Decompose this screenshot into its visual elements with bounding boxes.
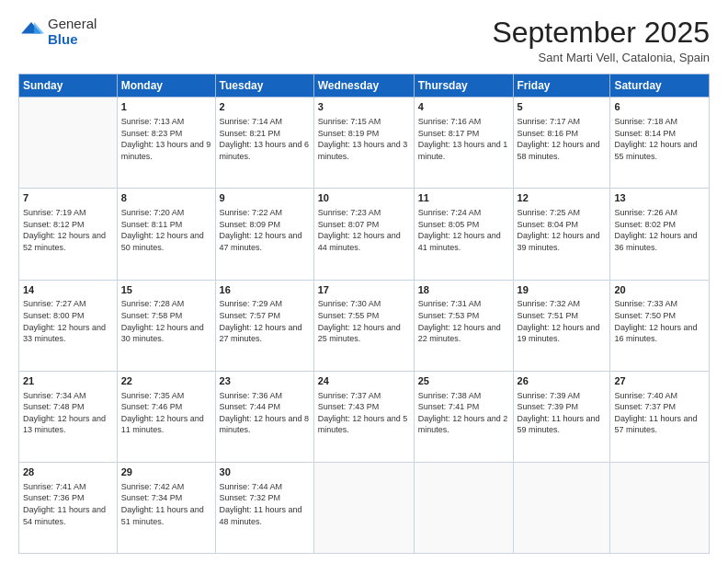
cell-info: Sunrise: 7:13 AMSunset: 8:23 PMDaylight:… [121, 116, 211, 162]
calendar-cell: 10Sunrise: 7:23 AMSunset: 8:07 PMDayligh… [313, 189, 414, 280]
day-number: 25 [418, 374, 509, 389]
logo-text: General Blue [48, 17, 97, 47]
weekday-header-wednesday: Wednesday [313, 75, 414, 98]
logo-blue: Blue [48, 32, 97, 48]
weekday-header-sunday: Sunday [19, 75, 118, 98]
day-number: 9 [220, 191, 310, 206]
day-number: 4 [418, 100, 509, 115]
title-block: September 2025 Sant Marti Vell, Cataloni… [492, 17, 710, 64]
calendar-cell: 11Sunrise: 7:24 AMSunset: 8:05 PMDayligh… [414, 189, 513, 280]
calendar-cell: 6Sunrise: 7:18 AMSunset: 8:14 PMDaylight… [610, 98, 710, 189]
cell-info: Sunrise: 7:16 AMSunset: 8:17 PMDaylight:… [418, 116, 509, 162]
cell-info: Sunrise: 7:30 AMSunset: 7:55 PMDaylight:… [318, 298, 410, 344]
cell-info: Sunrise: 7:37 AMSunset: 7:43 PMDaylight:… [318, 390, 410, 436]
calendar-cell: 25Sunrise: 7:38 AMSunset: 7:41 PMDayligh… [414, 371, 513, 462]
day-number: 23 [220, 374, 310, 389]
calendar-cell: 1Sunrise: 7:13 AMSunset: 8:23 PMDaylight… [117, 98, 215, 189]
cell-info: Sunrise: 7:23 AMSunset: 8:07 PMDaylight:… [318, 207, 410, 253]
day-number: 6 [614, 100, 705, 115]
calendar-body: 1Sunrise: 7:13 AMSunset: 8:23 PMDaylight… [19, 98, 710, 554]
calendar-week-0: 1Sunrise: 7:13 AMSunset: 8:23 PMDaylight… [19, 98, 710, 189]
day-number: 17 [318, 283, 410, 298]
logo: General Blue [18, 17, 97, 47]
calendar-cell: 4Sunrise: 7:16 AMSunset: 8:17 PMDaylight… [414, 98, 513, 189]
calendar-cell: 30Sunrise: 7:44 AMSunset: 7:32 PMDayligh… [215, 462, 313, 553]
header: General Blue September 2025 Sant Marti V… [18, 17, 710, 64]
day-number: 27 [614, 374, 705, 389]
day-number: 1 [121, 100, 211, 115]
calendar-cell [414, 462, 513, 553]
day-number: 26 [518, 374, 607, 389]
day-number: 2 [220, 100, 310, 115]
calendar-cell: 16Sunrise: 7:29 AMSunset: 7:57 PMDayligh… [215, 280, 313, 371]
calendar-week-1: 7Sunrise: 7:19 AMSunset: 8:12 PMDaylight… [19, 189, 710, 280]
svg-marker-1 [34, 22, 44, 33]
day-number: 11 [418, 191, 509, 206]
cell-info: Sunrise: 7:40 AMSunset: 7:37 PMDaylight:… [614, 390, 705, 436]
calendar-header: SundayMondayTuesdayWednesdayThursdayFrid… [19, 75, 710, 98]
calendar-cell: 15Sunrise: 7:28 AMSunset: 7:58 PMDayligh… [117, 280, 215, 371]
cell-info: Sunrise: 7:41 AMSunset: 7:36 PMDaylight:… [23, 481, 113, 527]
day-number: 16 [220, 283, 310, 298]
calendar-cell [19, 98, 118, 189]
cell-info: Sunrise: 7:44 AMSunset: 7:32 PMDaylight:… [220, 481, 310, 527]
calendar-cell: 22Sunrise: 7:35 AMSunset: 7:46 PMDayligh… [117, 371, 215, 462]
calendar-cell: 9Sunrise: 7:22 AMSunset: 8:09 PMDaylight… [215, 189, 313, 280]
calendar-cell: 21Sunrise: 7:34 AMSunset: 7:48 PMDayligh… [19, 371, 118, 462]
logo-icon [18, 19, 44, 45]
cell-info: Sunrise: 7:33 AMSunset: 7:50 PMDaylight:… [614, 298, 705, 344]
day-number: 19 [518, 283, 607, 298]
weekday-header-friday: Friday [513, 75, 610, 98]
calendar-cell [513, 462, 610, 553]
cell-info: Sunrise: 7:15 AMSunset: 8:19 PMDaylight:… [318, 116, 410, 162]
cell-info: Sunrise: 7:25 AMSunset: 8:04 PMDaylight:… [518, 207, 607, 253]
calendar-cell: 2Sunrise: 7:14 AMSunset: 8:21 PMDaylight… [215, 98, 313, 189]
calendar-cell: 8Sunrise: 7:20 AMSunset: 8:11 PMDaylight… [117, 189, 215, 280]
cell-info: Sunrise: 7:35 AMSunset: 7:46 PMDaylight:… [121, 390, 211, 436]
day-number: 13 [614, 191, 705, 206]
cell-info: Sunrise: 7:18 AMSunset: 8:14 PMDaylight:… [614, 116, 705, 162]
cell-info: Sunrise: 7:36 AMSunset: 7:44 PMDaylight:… [220, 390, 310, 436]
cell-info: Sunrise: 7:20 AMSunset: 8:11 PMDaylight:… [121, 207, 211, 253]
cell-info: Sunrise: 7:19 AMSunset: 8:12 PMDaylight:… [23, 207, 113, 253]
calendar-cell: 29Sunrise: 7:42 AMSunset: 7:34 PMDayligh… [117, 462, 215, 553]
calendar-cell: 7Sunrise: 7:19 AMSunset: 8:12 PMDaylight… [19, 189, 118, 280]
cell-info: Sunrise: 7:42 AMSunset: 7:34 PMDaylight:… [121, 481, 211, 527]
calendar-cell: 13Sunrise: 7:26 AMSunset: 8:02 PMDayligh… [610, 189, 710, 280]
cell-info: Sunrise: 7:27 AMSunset: 8:00 PMDaylight:… [23, 298, 113, 344]
calendar-cell: 27Sunrise: 7:40 AMSunset: 7:37 PMDayligh… [610, 371, 710, 462]
calendar-week-4: 28Sunrise: 7:41 AMSunset: 7:36 PMDayligh… [19, 462, 710, 553]
calendar-cell [313, 462, 414, 553]
calendar-table: SundayMondayTuesdayWednesdayThursdayFrid… [18, 74, 710, 554]
weekday-row: SundayMondayTuesdayWednesdayThursdayFrid… [19, 75, 710, 98]
cell-info: Sunrise: 7:24 AMSunset: 8:05 PMDaylight:… [418, 207, 509, 253]
day-number: 18 [418, 283, 509, 298]
calendar-cell: 23Sunrise: 7:36 AMSunset: 7:44 PMDayligh… [215, 371, 313, 462]
cell-info: Sunrise: 7:38 AMSunset: 7:41 PMDaylight:… [418, 390, 509, 436]
calendar-week-3: 21Sunrise: 7:34 AMSunset: 7:48 PMDayligh… [19, 371, 710, 462]
calendar-cell: 20Sunrise: 7:33 AMSunset: 7:50 PMDayligh… [610, 280, 710, 371]
day-number: 24 [318, 374, 410, 389]
calendar-cell: 19Sunrise: 7:32 AMSunset: 7:51 PMDayligh… [513, 280, 610, 371]
day-number: 22 [121, 374, 211, 389]
cell-info: Sunrise: 7:28 AMSunset: 7:58 PMDaylight:… [121, 298, 211, 344]
cell-info: Sunrise: 7:39 AMSunset: 7:39 PMDaylight:… [518, 390, 607, 436]
day-number: 29 [121, 465, 211, 480]
logo-general: General [48, 17, 97, 32]
calendar-cell: 5Sunrise: 7:17 AMSunset: 8:16 PMDaylight… [513, 98, 610, 189]
day-number: 28 [23, 465, 113, 480]
page: General Blue September 2025 Sant Marti V… [0, 0, 728, 563]
calendar-cell [610, 462, 710, 553]
calendar-cell: 26Sunrise: 7:39 AMSunset: 7:39 PMDayligh… [513, 371, 610, 462]
day-number: 10 [318, 191, 410, 206]
month-title: September 2025 [492, 17, 710, 49]
cell-info: Sunrise: 7:26 AMSunset: 8:02 PMDaylight:… [614, 207, 705, 253]
calendar-cell: 18Sunrise: 7:31 AMSunset: 7:53 PMDayligh… [414, 280, 513, 371]
cell-info: Sunrise: 7:34 AMSunset: 7:48 PMDaylight:… [23, 390, 113, 436]
calendar-cell: 12Sunrise: 7:25 AMSunset: 8:04 PMDayligh… [513, 189, 610, 280]
calendar-cell: 24Sunrise: 7:37 AMSunset: 7:43 PMDayligh… [313, 371, 414, 462]
cell-info: Sunrise: 7:14 AMSunset: 8:21 PMDaylight:… [220, 116, 310, 162]
cell-info: Sunrise: 7:22 AMSunset: 8:09 PMDaylight:… [220, 207, 310, 253]
day-number: 21 [23, 374, 113, 389]
weekday-header-thursday: Thursday [414, 75, 513, 98]
